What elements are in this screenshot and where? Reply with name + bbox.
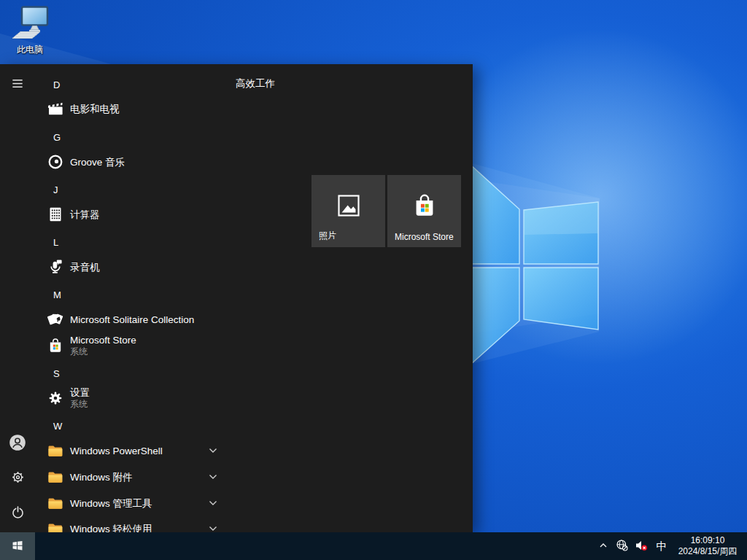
gear-icon [10,470,26,487]
desktop: 此电脑 [0,0,747,560]
clock-date: 2024/8/15/周四 [672,546,743,557]
chevron-down-icon[interactable] [209,474,217,480]
taskbar: 中 16:09:10 2024/8/15/周四 [0,532,747,560]
desktop-icon-label: 此电脑 [9,44,51,55]
store-icon [47,337,64,354]
calculator-icon [47,206,64,223]
show-hidden-icons-button[interactable] [595,532,612,560]
folder-item-windows-powershell[interactable]: Windows PowerShell [35,438,241,464]
folder-icon [47,494,64,512]
chevron-up-icon [598,540,608,553]
chevron-down-icon[interactable] [209,526,217,532]
power-button[interactable] [0,496,35,531]
tray-clock[interactable]: 16:09:10 2024/8/15/周四 [672,535,747,557]
speaker-muted-icon [635,540,648,553]
store-icon [411,192,438,219]
movies-tv-icon [47,100,64,117]
hamburger-icon [10,77,25,93]
tile-photos[interactable]: 照片 [311,175,385,247]
solitaire-icon [47,311,64,328]
app-item-groove-music[interactable]: Groove 音乐 [35,149,241,175]
folder-item-windows-admin-tools[interactable]: Windows 管理工具 [35,490,241,516]
chevron-down-icon[interactable] [209,448,217,454]
power-icon [10,505,26,522]
app-item-calculator[interactable]: 计算器 [35,201,241,228]
photos-icon [336,192,362,219]
start-menu-rail [0,64,35,532]
settings-gear-icon [47,389,64,407]
taskbar-start-button[interactable] [0,532,35,560]
voice-recorder-icon [47,258,64,276]
desktop-icon-this-pc[interactable]: 此电脑 [9,6,51,55]
app-item-microsoft-store[interactable]: Microsoft Store 系统 [35,330,241,362]
chevron-down-icon[interactable] [209,500,217,506]
user-avatar-icon [9,434,26,454]
clock-time: 16:09:10 [672,535,743,546]
section-header-s[interactable]: S [48,364,80,383]
volume-button[interactable] [631,532,651,560]
app-item-solitaire-collection[interactable]: Microsoft Solitaire Collection [35,306,241,332]
system-tray: 中 16:09:10 2024/8/15/周四 [595,532,747,560]
app-list: D 电影和电视 G Groove 音乐 J 计算器 L 录音机 M [35,64,242,532]
globe-no-internet-icon [616,539,628,553]
this-pc-icon [11,31,49,43]
groove-music-icon [47,153,64,171]
section-header-w[interactable]: W [48,416,80,435]
folder-item-windows-accessories[interactable]: Windows 附件 [35,464,241,490]
folder-icon [47,442,64,459]
app-item-settings[interactable]: 设置 系统 [35,382,241,414]
app-item-voice-recorder[interactable]: 录音机 [35,254,241,280]
section-header-g[interactable]: G [48,128,80,147]
app-item-movies-tv[interactable]: 电影和电视 [35,96,241,122]
ime-mode-indicator[interactable]: 中 [651,540,672,553]
tile-area: 高效工作 照片 Microsoft Store [236,64,473,532]
folder-icon [47,520,64,532]
start-menu: D 电影和电视 G Groove 音乐 J 计算器 L 录音机 M [0,64,473,532]
section-header-m[interactable]: M [48,285,80,304]
section-header-d[interactable]: D [48,75,80,94]
tile-group-title[interactable]: 高效工作 [236,77,275,90]
user-account-button[interactable] [0,426,35,461]
section-header-j[interactable]: J [48,180,80,199]
folder-item-windows-ease-of-access[interactable]: Windows 轻松使用 [35,516,241,532]
rail-settings-button[interactable] [0,461,35,496]
windows-logo-icon [11,538,24,555]
expand-menu-button[interactable] [0,67,35,102]
network-status-button[interactable] [612,532,631,560]
folder-icon [47,468,64,486]
tile-microsoft-store[interactable]: Microsoft Store [387,175,461,247]
section-header-l[interactable]: L [48,233,80,252]
